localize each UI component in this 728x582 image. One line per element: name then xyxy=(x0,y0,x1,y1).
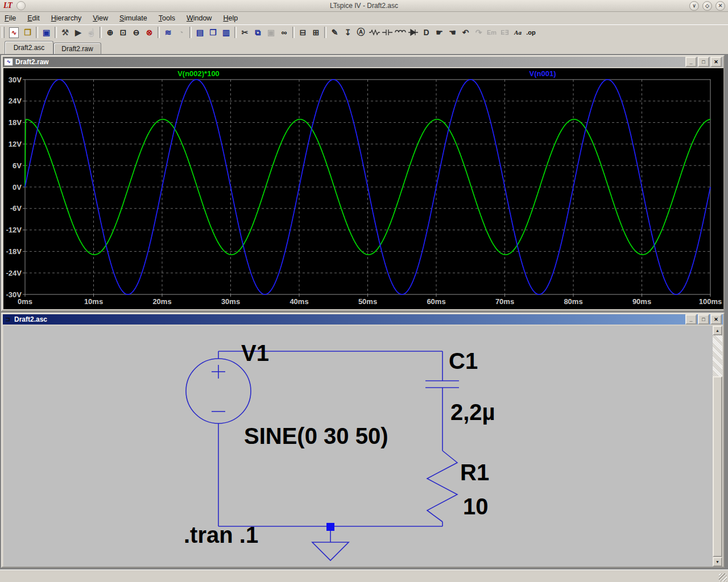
legend-v-n001-[interactable]: V(n001) xyxy=(530,69,556,78)
tile-vertically-button[interactable]: ▥ xyxy=(220,27,233,38)
place-capacitor-button[interactable] xyxy=(380,27,394,38)
schematic-svg[interactable]: V1SINE(0 30 50)C12,2µR110.tran .1 xyxy=(3,326,714,567)
tab-draft2-raw[interactable]: Draft2.raw xyxy=(53,43,101,54)
zoom-area-button[interactable]: ⊡ xyxy=(117,27,130,38)
toolbar-separator xyxy=(234,27,237,38)
spice-directive-button[interactable]: .op xyxy=(524,27,537,38)
waveform-minimize-button[interactable]: _ xyxy=(685,57,697,67)
toolbar-separator xyxy=(189,27,192,38)
c1-value-label[interactable]: 2,2µ xyxy=(450,400,495,425)
control-panel-button[interactable]: ⚒ xyxy=(59,27,72,38)
menu-edit[interactable]: Edit xyxy=(27,14,40,22)
move-button[interactable]: ☛ xyxy=(433,27,446,38)
place-inductor-button[interactable] xyxy=(394,27,407,38)
v1-value-label[interactable]: SINE(0 30 50) xyxy=(244,423,388,448)
waveform-window: ∿ Draft2.raw _□✕ 30V24V18V12V6V0V-6V-12V… xyxy=(1,55,725,311)
place-ground-button[interactable]: ↧ xyxy=(341,27,354,38)
resistor-symbol xyxy=(427,451,457,522)
place-resistor-button[interactable] xyxy=(367,27,380,38)
paste-button[interactable]: ▣ xyxy=(264,27,278,38)
draw-wire-button[interactable]: ✎ xyxy=(328,27,341,38)
tab-draft2-asc[interactable]: Draft2.asc xyxy=(5,41,53,54)
copy-button[interactable]: ⧉ xyxy=(251,27,264,38)
x-tick-label: 60ms xyxy=(427,297,445,306)
menu-window[interactable]: Window xyxy=(187,14,212,22)
waveform-window-titlebar[interactable]: ∿ Draft2.raw _□✕ xyxy=(3,57,723,67)
rotate-button[interactable]: E∃ xyxy=(498,27,511,38)
x-tick-label: 50ms xyxy=(358,297,377,306)
print-button[interactable]: ⊟ xyxy=(296,27,309,38)
waveform-plot-svg[interactable]: 30V24V18V12V6V0V-6V-12V-18V-24V-30V0ms10… xyxy=(3,68,723,309)
halt-button[interactable]: ☝ xyxy=(85,27,98,38)
waveform-close-button[interactable]: ✕ xyxy=(710,57,722,67)
find-button[interactable]: ∞ xyxy=(278,27,291,38)
scroll-up-button[interactable]: ▲ xyxy=(713,326,722,335)
autorange-button[interactable]: ◔ xyxy=(175,27,188,38)
save-button[interactable]: ▣ xyxy=(40,27,53,38)
zoom-in-button[interactable]: ⊕ xyxy=(104,27,117,38)
app-close-button[interactable]: ✕ xyxy=(715,1,725,11)
scroll-down-button[interactable]: ▼ xyxy=(713,557,722,567)
schematic-canvas[interactable]: V1SINE(0 30 50)C12,2µR110.tran .1 xyxy=(3,326,714,567)
tile-horizontally-button[interactable]: ▤ xyxy=(193,27,206,38)
x-tick-label: 0ms xyxy=(18,297,32,306)
cascade-windows-button[interactable]: ❐ xyxy=(206,27,220,38)
app-titlebar[interactable]: LT LTspice IV - Draft2.asc ∨◇✕ xyxy=(0,0,728,12)
r1-value-label[interactable]: 10 xyxy=(463,494,489,519)
waveform-window-icon: ∿ xyxy=(4,58,13,66)
x-tick-label: 40ms xyxy=(289,297,308,306)
text-button[interactable]: Aa xyxy=(511,27,524,38)
x-tick-label: 20ms xyxy=(152,297,171,306)
y-tick-label: 18V xyxy=(9,118,22,127)
r1-name-label[interactable]: R1 xyxy=(460,460,489,485)
menu-help[interactable]: Help xyxy=(223,14,238,22)
status-bar xyxy=(0,569,728,582)
label-net-button[interactable]: Ⓐ xyxy=(354,27,367,38)
schematic-minimize-button[interactable]: _ xyxy=(685,314,697,325)
menu-hierarchy[interactable]: Hierarchy xyxy=(51,14,82,22)
waveform-maximize-button[interactable]: □ xyxy=(698,57,709,67)
ground-symbol xyxy=(312,542,349,560)
menu-view[interactable]: View xyxy=(93,14,108,22)
toolbar-separator xyxy=(36,27,38,38)
toolbar: ∿❒▣⚒▶☝⊕⊡⊖⊗≋◔▤❐▥✂⧉▣∞⊟⊞✎↧ⒶD☛☚↶↷EmE∃Aa.op xyxy=(0,24,728,40)
app-window-controls: ∨◇✕ xyxy=(689,1,725,11)
menu-simulate[interactable]: Simulate xyxy=(119,14,147,22)
new-schematic-button[interactable]: ∿ xyxy=(9,27,19,38)
schematic-close-button[interactable]: ✕ xyxy=(710,314,722,325)
tran-directive-label[interactable]: .tran .1 xyxy=(184,522,258,547)
cut-button[interactable]: ✂ xyxy=(238,27,251,38)
app-maximize-button[interactable]: ◇ xyxy=(702,1,712,11)
mdi-workspace: ∿ Draft2.raw _□✕ 30V24V18V12V6V0V-6V-12V… xyxy=(0,54,728,569)
open-button[interactable]: ❒ xyxy=(21,27,34,38)
window-menu-button[interactable] xyxy=(16,1,26,10)
mirror-button[interactable]: Em xyxy=(485,27,498,38)
zoom-out-button[interactable]: ⊖ xyxy=(130,27,143,38)
c1-name-label[interactable]: C1 xyxy=(449,348,478,373)
toolbar-separator xyxy=(158,27,160,38)
v1-name-label[interactable]: V1 xyxy=(241,340,269,365)
app-title: LTspice IV - Draft2.asc xyxy=(330,2,398,10)
y-tick-label: -24V xyxy=(6,269,22,277)
undo-button[interactable]: ↶ xyxy=(459,27,472,38)
legend-v-n002-100[interactable]: V(n002)*100 xyxy=(177,69,220,78)
resize-grip[interactable] xyxy=(719,573,727,581)
scrollbar-thumb[interactable] xyxy=(713,376,722,557)
app-minimize-button[interactable]: ∨ xyxy=(689,1,699,11)
menu-tools[interactable]: Tools xyxy=(159,14,175,22)
schematic-vertical-scrollbar[interactable]: ▲ ▼ xyxy=(713,326,722,567)
run-button[interactable]: ▶ xyxy=(72,27,85,38)
print-preview-button[interactable]: ⊞ xyxy=(309,27,322,38)
plot-settings-button[interactable]: ≋ xyxy=(162,27,175,38)
drag-button[interactable]: ☚ xyxy=(446,27,459,38)
place-diode-button[interactable] xyxy=(407,27,420,38)
schematic-maximize-button[interactable]: □ xyxy=(698,314,709,325)
place-component-button[interactable]: D xyxy=(420,27,433,38)
lt-logo-icon: LT xyxy=(3,1,12,10)
menu-file[interactable]: File xyxy=(5,14,16,22)
zoom-full-extents-button[interactable]: ⊗ xyxy=(143,27,156,38)
schematic-window-titlebar[interactable]: ⊐ Draft2.asc _□✕ xyxy=(3,314,723,325)
tab-bar: Draft2.ascDraft2.raw xyxy=(0,39,728,55)
waveform-plot-area[interactable]: 30V24V18V12V6V0V-6V-12V-18V-24V-30V0ms10… xyxy=(3,68,723,309)
redo-button[interactable]: ↷ xyxy=(472,27,485,38)
